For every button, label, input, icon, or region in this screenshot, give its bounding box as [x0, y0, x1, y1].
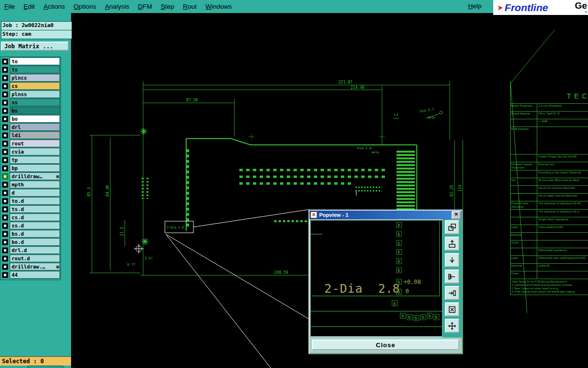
- menu-help[interactable]: Help: [468, 2, 482, 10]
- popview-close-icon[interactable]: ✕: [452, 211, 461, 219]
- popview-pan-button[interactable]: [445, 319, 459, 333]
- layer-name[interactable]: bo: [10, 115, 60, 123]
- layer-visibility-checkbox[interactable]: [2, 239, 8, 245]
- layer-visibility-checkbox[interactable]: [2, 58, 8, 65]
- layer-name[interactable]: drl: [10, 123, 60, 131]
- layer-row-drilldraw.…[interactable]: drilldraw.…▦: [1, 263, 60, 270]
- menu-dfm[interactable]: DFM: [133, 3, 156, 10]
- layer-row-drl[interactable]: drl: [1, 123, 60, 131]
- layer-visibility-checkbox[interactable]: [2, 124, 8, 130]
- popview-pan-left-button[interactable]: [445, 269, 459, 283]
- layer-name[interactable]: rout.d: [10, 255, 60, 262]
- popview-titlebar[interactable]: ✕ Popview - 1 ✕: [309, 211, 462, 219]
- layer-name[interactable]: to.d: [10, 197, 60, 205]
- layer-row-ss.d[interactable]: ss.d: [1, 222, 60, 229]
- layer-name[interactable]: 44: [10, 271, 60, 279]
- layer-name[interactable]: ss.d: [10, 222, 60, 229]
- layer-visibility-checkbox[interactable]: [2, 149, 8, 155]
- layer-visibility-checkbox[interactable]: [2, 132, 8, 139]
- layer-name[interactable]: plnss: [10, 90, 60, 98]
- popview-canvas[interactable]: 2-Dia 2.8 +0.08 0 bbbbbbbbbbbbbbb: [310, 220, 442, 337]
- menu-analysis[interactable]: Analysis: [101, 3, 133, 10]
- layer-name[interactable]: plncs: [10, 74, 60, 82]
- layer-visibility-checkbox[interactable]: [2, 190, 8, 196]
- layer-row-cs.d[interactable]: cs.d: [1, 213, 60, 221]
- layer-visibility-checkbox[interactable]: [2, 75, 8, 81]
- layer-name[interactable]: ss: [10, 99, 60, 106]
- layer-row-mpth[interactable]: mpth: [1, 181, 60, 188]
- layer-row-ldi[interactable]: ldi: [1, 131, 60, 139]
- layer-row-tp[interactable]: tp: [1, 156, 60, 164]
- layer-row-rout.d[interactable]: rout.d: [1, 255, 60, 262]
- layer-visibility-checkbox[interactable]: [2, 264, 8, 270]
- layer-name[interactable]: bs: [10, 107, 60, 114]
- layer-visibility-checkbox[interactable]: [2, 91, 8, 98]
- layer-name[interactable]: tp: [10, 156, 60, 164]
- layer-visibility-checkbox[interactable]: [2, 198, 8, 204]
- menu-rout[interactable]: Rout: [178, 3, 201, 10]
- layer-row-drilldraw…[interactable]: drilldraw…▦: [1, 172, 60, 180]
- layer-visibility-checkbox[interactable]: [2, 116, 8, 122]
- layer-name[interactable]: ldi: [10, 131, 60, 139]
- layer-row-bp[interactable]: bp: [1, 164, 60, 172]
- menu-actions[interactable]: Actions: [39, 3, 69, 10]
- layer-visibility-checkbox[interactable]: [2, 214, 8, 221]
- popview-window[interactable]: ✕ Popview - 1 ✕ 2-Dia 2.8 +0.08 0 b: [309, 210, 463, 354]
- menu-file[interactable]: File: [0, 3, 19, 10]
- layer-row-44[interactable]: 44: [1, 271, 60, 279]
- layer-visibility-checkbox[interactable]: [2, 255, 8, 262]
- layer-name[interactable]: cs: [10, 82, 60, 90]
- layer-visibility-checkbox[interactable]: [2, 99, 8, 106]
- popview-pan-right-button[interactable]: [445, 286, 459, 300]
- layer-name[interactable]: bp: [10, 164, 60, 172]
- layer-row-cs[interactable]: cs: [1, 82, 60, 90]
- layer-name[interactable]: drl.d: [10, 246, 60, 254]
- popview-clear-view-button[interactable]: [445, 302, 459, 316]
- layer-visibility-checkbox[interactable]: [2, 165, 8, 171]
- layer-visibility-checkbox[interactable]: [2, 272, 8, 278]
- layer-name[interactable]: cs.d: [10, 213, 60, 221]
- popview-close-button[interactable]: Close: [312, 340, 459, 350]
- layer-visibility-checkbox[interactable]: [2, 141, 8, 147]
- popview-zoom-out-button[interactable]: [445, 253, 459, 267]
- layer-row-d[interactable]: d: [1, 189, 60, 197]
- layer-name[interactable]: ts.d: [10, 205, 60, 213]
- layer-row-ts[interactable]: ts: [1, 66, 60, 73]
- layer-row-plnss[interactable]: plnss: [1, 90, 60, 98]
- layer-row-ts.d[interactable]: ts.d: [1, 205, 60, 213]
- layer-name[interactable]: bo.d: [10, 238, 60, 246]
- layer-visibility-checkbox[interactable]: [2, 108, 8, 114]
- popview-zoom-in-button[interactable]: [445, 237, 459, 251]
- menu-edit[interactable]: Edit: [19, 3, 39, 10]
- menu-step[interactable]: Step: [156, 3, 178, 10]
- layer-row-drl.d[interactable]: drl.d: [1, 246, 60, 254]
- layer-row-rout[interactable]: rout: [1, 140, 60, 147]
- layer-row-bo[interactable]: bo: [1, 115, 60, 123]
- layer-row-bo.d[interactable]: bo.d: [1, 238, 60, 246]
- layer-visibility-checkbox[interactable]: [2, 157, 8, 163]
- layer-name[interactable]: rout: [10, 140, 60, 147]
- popview-previous-view-button[interactable]: [445, 220, 459, 234]
- layer-visibility-checkbox[interactable]: [2, 231, 8, 237]
- layer-visibility-checkbox[interactable]: [2, 182, 8, 188]
- layer-row-bs.d[interactable]: bs.d: [1, 230, 60, 238]
- menu-windows[interactable]: Windows: [201, 3, 236, 10]
- layer-visibility-checkbox[interactable]: [2, 83, 8, 89]
- layer-name[interactable]: drilldraw.…▦: [10, 263, 60, 270]
- layer-row-ss[interactable]: ss: [1, 99, 60, 106]
- layer-row-cvia[interactable]: cvia: [1, 148, 60, 156]
- layer-row-to.d[interactable]: to.d: [1, 197, 60, 205]
- layer-row-bs[interactable]: bs: [1, 107, 60, 114]
- layer-visibility-checkbox[interactable]: [2, 206, 8, 212]
- layer-name[interactable]: bs.d: [10, 230, 60, 238]
- layer-visibility-checkbox[interactable]: [2, 223, 8, 229]
- layer-row-to[interactable]: to: [1, 57, 60, 65]
- layer-name[interactable]: cvia: [10, 148, 60, 156]
- layer-name[interactable]: d: [10, 189, 60, 197]
- layer-name[interactable]: drilldraw…▦: [10, 172, 60, 180]
- menu-options[interactable]: Options: [69, 3, 101, 10]
- layer-visibility-checkbox[interactable]: [2, 247, 8, 254]
- layer-name[interactable]: mpth: [10, 181, 60, 188]
- layer-visibility-checkbox[interactable]: [2, 67, 8, 73]
- job-matrix-button[interactable]: Job Matrix ...: [1, 42, 69, 51]
